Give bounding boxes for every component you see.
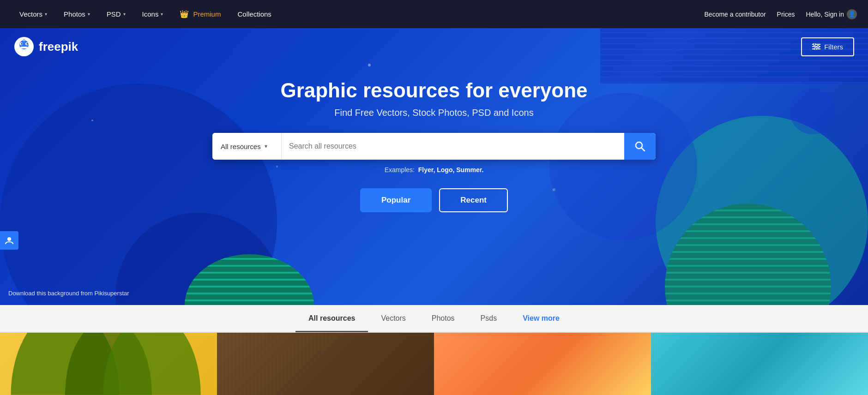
category-dropdown-arrow: ▾	[265, 143, 267, 150]
filters-button[interactable]: Filters	[801, 37, 854, 56]
nav-icons[interactable]: Icons ▾	[134, 0, 172, 28]
search-bar: All resources ▾	[212, 133, 656, 160]
search-input[interactable]	[282, 133, 624, 160]
nav-psd-label: PSD	[107, 10, 121, 18]
nav-right: Become a contributor Prices Hello, Sign …	[705, 9, 857, 19]
svg-point-73	[23, 37, 25, 39]
sign-in-link[interactable]: Hello, Sign in 👤	[806, 9, 857, 19]
top-navigation: Vectors ▾ Photos ▾ PSD ▾ Icons ▾ 👑 Premi…	[0, 0, 868, 28]
search-icon	[635, 141, 645, 151]
hero-header-row: freepik Filters	[0, 28, 868, 65]
svg-point-82	[7, 237, 11, 241]
search-examples: Examples: Flyer, Logo, Summer.	[385, 166, 484, 174]
category-tabs: All resources Vectors Photos Psds View m…	[0, 305, 868, 333]
tab-view-more-label: View more	[523, 314, 560, 323]
logo[interactable]: freepik	[14, 36, 78, 57]
side-float-user-icon[interactable]	[0, 231, 18, 250]
credit-text: Download this background from Pikisupers…	[8, 290, 129, 297]
examples-text: Flyer, Logo, Summer.	[418, 166, 484, 174]
thumbnail-2[interactable]	[217, 333, 434, 395]
svg-point-78	[817, 46, 820, 48]
hero-credit: Download this background from Pikisupers…	[8, 290, 129, 297]
chevron-down-icon: ▾	[88, 12, 90, 17]
search-category-dropdown[interactable]: All resources ▾	[212, 133, 282, 160]
search-category-label: All resources	[221, 143, 261, 150]
svg-point-79	[814, 48, 817, 50]
nav-vectors[interactable]: Vectors ▾	[11, 0, 55, 28]
chevron-down-icon: ▾	[123, 12, 126, 17]
user-icon: 👤	[847, 9, 857, 19]
svg-point-77	[814, 43, 816, 46]
hero-subtitle: Find Free Vectors, Stock Photos, PSD and…	[334, 108, 533, 118]
tab-vectors[interactable]: Vectors	[368, 305, 418, 332]
svg-rect-69	[20, 47, 28, 48]
recent-button[interactable]: Recent	[439, 188, 508, 212]
hero-content: Graphic resources for everyone Find Free…	[0, 79, 868, 212]
examples-prefix: Examples:	[385, 166, 415, 174]
thumbnails-row	[0, 333, 868, 395]
svg-line-81	[642, 148, 645, 151]
svg-point-67	[21, 43, 23, 45]
popular-button[interactable]: Popular	[360, 188, 432, 212]
tab-photos-label: Photos	[432, 314, 455, 323]
sign-in-label: Hello, Sign in	[806, 11, 844, 18]
nav-psd[interactable]: PSD ▾	[98, 0, 134, 28]
prices-link[interactable]: Prices	[777, 11, 795, 18]
nav-vectors-label: Vectors	[19, 10, 42, 18]
become-contributor-link[interactable]: Become a contributor	[705, 11, 766, 18]
hero-title: Graphic resources for everyone	[280, 79, 587, 102]
hero-actions: Popular Recent	[360, 188, 508, 212]
tab-all-resources-label: All resources	[308, 314, 355, 323]
nav-collections-label: Collections	[237, 10, 271, 18]
tab-all-resources[interactable]: All resources	[295, 305, 368, 332]
user-float-icon	[5, 236, 14, 245]
tab-psds[interactable]: Psds	[468, 305, 510, 332]
filters-icon	[812, 43, 820, 50]
tab-view-more[interactable]: View more	[510, 305, 573, 332]
thumbnail-1[interactable]	[0, 333, 217, 395]
crown-icon: 👑	[180, 10, 189, 18]
hero-section: freepik Filters Graphic resources for ev…	[0, 28, 868, 305]
filters-label: Filters	[824, 43, 843, 51]
tab-psds-label: Psds	[481, 314, 497, 323]
tab-photos[interactable]: Photos	[419, 305, 468, 332]
nav-left: Vectors ▾ Photos ▾ PSD ▾ Icons ▾ 👑 Premi…	[11, 0, 705, 28]
nav-collections[interactable]: Collections	[229, 0, 279, 28]
chevron-down-icon: ▾	[161, 12, 163, 17]
nav-icons-label: Icons	[142, 10, 159, 18]
chevron-down-icon: ▾	[45, 12, 47, 17]
nav-premium[interactable]: 👑 Premium	[171, 0, 229, 28]
nav-photos-label: Photos	[64, 10, 85, 18]
nav-photos[interactable]: Photos ▾	[55, 0, 98, 28]
logo-text: freepik	[39, 40, 78, 54]
nav-premium-label: Premium	[193, 10, 221, 18]
search-button[interactable]	[624, 133, 656, 160]
svg-point-68	[27, 43, 28, 45]
tab-vectors-label: Vectors	[381, 314, 405, 323]
freepik-logo-icon	[14, 36, 34, 57]
thumbnail-3[interactable]	[434, 333, 651, 395]
thumbnail-4[interactable]	[651, 333, 868, 395]
